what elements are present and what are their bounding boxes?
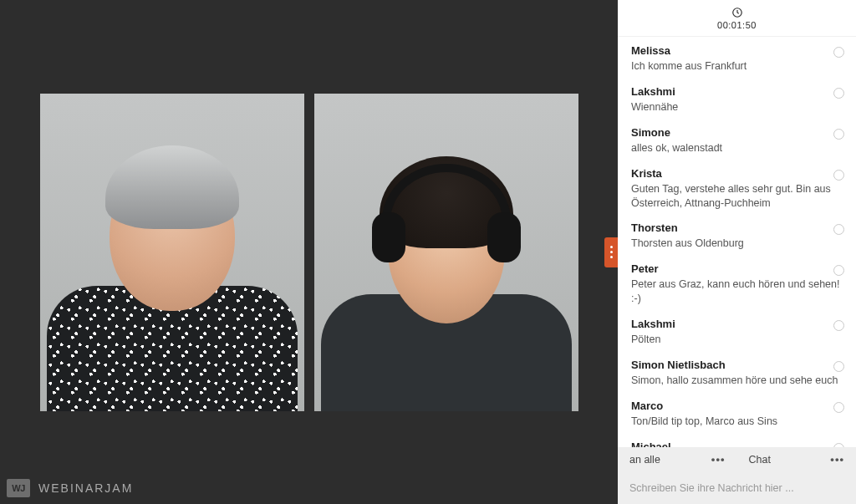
video-tile-presenter-2[interactable] xyxy=(314,94,578,411)
sidebar-toggle-button[interactable] xyxy=(604,237,618,267)
chat-author: Marco xyxy=(631,400,843,412)
chat-composer: an alle ••• Chat ••• Schreiben Sie ihre … xyxy=(618,447,856,504)
chat-input[interactable]: Schreiben Sie ihre Nachricht hier ... xyxy=(618,472,856,504)
chat-tab-label: Chat xyxy=(749,454,771,466)
message-action-circle[interactable] xyxy=(833,88,844,99)
message-action-circle[interactable] xyxy=(833,443,844,447)
recipient-selector[interactable]: an alle ••• xyxy=(618,454,737,466)
clock-icon xyxy=(731,7,743,18)
chat-text: Peter aus Graz, kann euch hören und sehe… xyxy=(631,277,843,306)
webinar-app: WJ WEBINARJAM 00:01:50 Melissa Ich komme… xyxy=(0,0,856,504)
chat-author: Lakshmi xyxy=(631,85,843,98)
chat-text: Thorsten aus Oldenburg xyxy=(631,237,843,251)
chat-message[interactable]: Peter Peter aus Graz, kann euch hören un… xyxy=(618,257,856,312)
chat-message[interactable]: Simone alles ok, walenstadt xyxy=(618,120,856,161)
session-timer: 00:01:50 xyxy=(618,0,856,37)
chat-author: Krista xyxy=(631,167,843,180)
message-action-circle[interactable] xyxy=(833,402,844,413)
chat-text: alles ok, walenstadt xyxy=(631,141,843,155)
chat-input-placeholder: Schreiben Sie ihre Nachricht hier ... xyxy=(629,482,794,494)
chat-author: Lakshmi xyxy=(631,318,843,330)
chat-author: Melissa xyxy=(631,44,843,57)
chat-message[interactable]: Simon Nietlisbach Simon, hallo zusammen … xyxy=(618,353,856,394)
video-stage xyxy=(0,0,618,504)
more-vertical-icon xyxy=(610,246,613,258)
brand-logo: WJ xyxy=(7,479,30,497)
chat-text: Pölten xyxy=(631,333,843,347)
message-action-circle[interactable] xyxy=(833,224,844,235)
message-action-circle[interactable] xyxy=(833,129,844,140)
chat-message[interactable]: Lakshmi Wiennähe xyxy=(618,79,856,120)
message-action-circle[interactable] xyxy=(833,47,844,58)
person-figure xyxy=(338,152,555,411)
chat-message[interactable]: Lakshmi Pölten xyxy=(618,312,856,353)
chat-message[interactable]: Krista Guten Tag, verstehe alles sehr gu… xyxy=(618,161,856,216)
chat-author: Simon Nietlisbach xyxy=(631,359,843,371)
brand-badge: WJ WEBINARJAM xyxy=(7,479,133,497)
chat-author: Thorsten xyxy=(631,221,843,234)
message-action-circle[interactable] xyxy=(833,170,844,181)
message-action-circle[interactable] xyxy=(833,265,844,276)
elapsed-time: 00:01:50 xyxy=(717,20,757,30)
chat-text: Ton/Bild tip top, Marco aus Sins xyxy=(631,415,843,429)
chat-message-list[interactable]: Melissa Ich komme aus Frankfurt Lakshmi … xyxy=(618,37,856,447)
stage-area: WJ WEBINARJAM xyxy=(0,0,618,504)
chat-message[interactable]: Thorsten Thorsten aus Oldenburg xyxy=(618,216,856,257)
message-action-circle[interactable] xyxy=(833,361,844,372)
brand-name: WEBINARJAM xyxy=(38,481,133,495)
chat-message[interactable]: Michael micha xyxy=(618,435,856,447)
chat-sidebar: 00:01:50 Melissa Ich komme aus Frankfurt… xyxy=(618,0,856,504)
chat-text: Simon, hallo zusammen höre und sehe euch xyxy=(631,374,843,388)
chat-text: Guten Tag, verstehe alles sehr gut. Bin … xyxy=(631,182,843,211)
message-action-circle[interactable] xyxy=(833,320,844,331)
chat-author: Michael xyxy=(631,440,843,447)
video-tile-presenter-1[interactable] xyxy=(40,94,304,411)
chat-message[interactable]: Marco Ton/Bild tip top, Marco aus Sins xyxy=(618,394,856,435)
chat-message[interactable]: Melissa Ich komme aus Frankfurt xyxy=(618,38,856,79)
chat-author: Simone xyxy=(631,126,843,139)
chat-author: Peter xyxy=(631,262,843,275)
chat-text: Ich komme aus Frankfurt xyxy=(631,59,843,74)
recipient-label: an alle xyxy=(629,454,660,466)
chat-text: Wiennähe xyxy=(631,100,843,115)
person-figure xyxy=(64,152,281,411)
chat-tab-selector[interactable]: Chat ••• xyxy=(737,454,857,466)
